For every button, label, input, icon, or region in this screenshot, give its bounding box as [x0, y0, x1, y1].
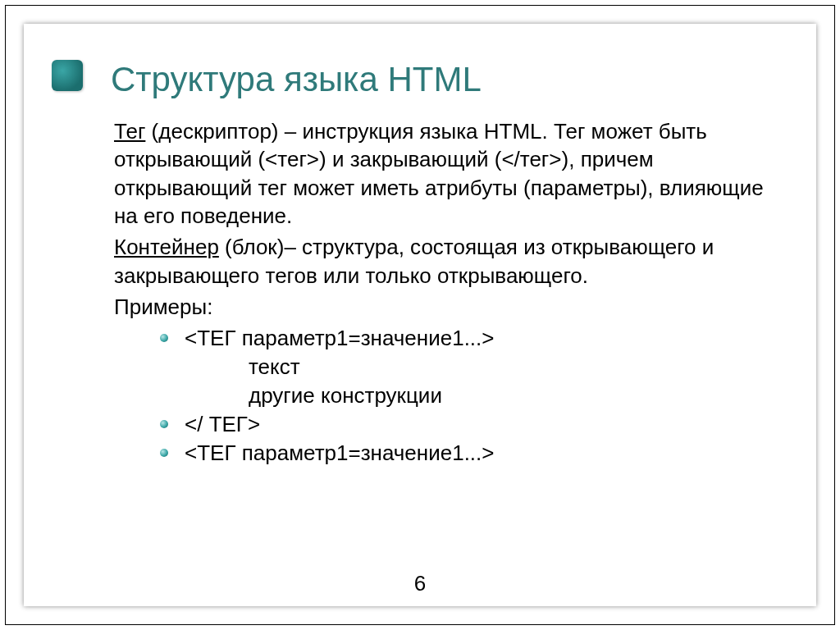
- example-item-1: <ТЕГ параметр1=значение1...> текст други…: [160, 324, 787, 409]
- slide-ornament-icon: [52, 60, 83, 91]
- slide-title: Структура языка HTML: [111, 60, 787, 99]
- example-item-3: <ТЕГ параметр1=значение1...>: [160, 439, 787, 468]
- examples-label: Примеры:: [114, 293, 787, 321]
- example-item-3-text: <ТЕГ параметр1=значение1...>: [185, 441, 494, 465]
- example-item-2: </ ТЕГ>: [160, 410, 787, 439]
- examples-list: <ТЕГ параметр1=значение1...> текст други…: [114, 324, 787, 467]
- body-text-block: Тег (дескриптор) – инструкция языка HTML…: [114, 117, 787, 467]
- slide-card: Структура языка HTML Тег (дескриптор) – …: [24, 24, 816, 606]
- term-tag: Тег: [114, 119, 145, 144]
- para1-rest: (дескриптор) – инструкция языка HTML. Те…: [114, 119, 764, 228]
- page-number: 6: [24, 571, 816, 596]
- outer-frame: Структура языка HTML Тег (дескриптор) – …: [5, 5, 835, 625]
- paragraph-tag: Тег (дескриптор) – инструкция языка HTML…: [114, 117, 787, 230]
- example-item-1-sub1: текст: [185, 353, 787, 381]
- term-container: Контейнер: [114, 235, 219, 259]
- example-item-2-text: </ ТЕГ>: [185, 412, 260, 436]
- example-item-1-sub2: другие конструкции: [185, 381, 787, 410]
- example-item-1-text: <ТЕГ параметр1=значение1...>: [185, 326, 494, 350]
- paragraph-container: Контейнер (блок)– структура, состоящая и…: [114, 233, 787, 290]
- slide-inner: Структура языка HTML Тег (дескриптор) – …: [24, 24, 816, 491]
